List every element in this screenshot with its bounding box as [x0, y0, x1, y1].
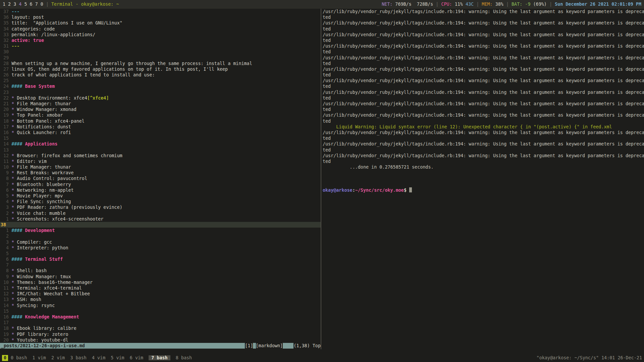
- shell-output: /usr/lib/ruby/vendor_ruby/jekyll/tags/in…: [323, 9, 644, 193]
- vim-text-segment: *: [11, 170, 17, 175]
- line-number: 21: [1, 101, 9, 107]
- line-number: 16: [1, 314, 9, 320]
- line-number: 31: [1, 43, 9, 49]
- vim-line: 17* Notifications: dunst: [0, 124, 321, 130]
- vim-text-segment: ####: [11, 257, 25, 262]
- workspace-2[interactable]: 2: [8, 2, 11, 7]
- vim-text-segment: Editor: vim: [17, 159, 47, 164]
- vim-line: 7: [0, 262, 321, 268]
- jekyll-warning-line: /usr/lib/ruby/vendor_ruby/jekyll/tags/in…: [323, 89, 644, 95]
- jekyll-warning-wrap: ted: [323, 118, 644, 124]
- tmux-window-4[interactable]: 4 vim: [92, 355, 105, 360]
- vim-text-segment: *: [11, 165, 17, 170]
- line-number: 7: [1, 262, 9, 268]
- vim-text-segment: track of what applications I tend to ins…: [11, 72, 155, 77]
- line-number: 17: [1, 320, 9, 325]
- tmux-window-8[interactable]: 8 bash: [176, 355, 192, 360]
- shell-pane[interactable]: /usr/lib/ruby/vendor_ruby/jekyll/tags/in…: [321, 9, 644, 354]
- vim-text-segment: *: [11, 119, 17, 124]
- tmux-window-2[interactable]: 2 vim: [51, 355, 65, 360]
- tmux-session-badge[interactable]: 0: [2, 355, 8, 361]
- tmux-right-status: "okay@arkose: ~/Sync/s" 14:01 26-Dec-21: [537, 355, 642, 361]
- tmux-status-bar: 0 0 bash1 vim2 vim3 bash4 vim5 vim6 vim7…: [0, 354, 644, 362]
- window-title: Terminal - okay@arkose: ~: [51, 1, 119, 7]
- line-number: 12: [1, 291, 9, 297]
- tmux-window-0[interactable]: 0 bash: [11, 355, 27, 360]
- vim-text-segment: active: true: [11, 38, 44, 43]
- vim-line: 36layout: post: [0, 14, 321, 20]
- vim-text-segment: Development: [25, 228, 55, 233]
- net-label: NET:: [382, 1, 392, 7]
- line-number: 34: [1, 26, 9, 32]
- workspace-7[interactable]: 7: [35, 2, 38, 7]
- vim-line: 15: [0, 135, 321, 141]
- vim-line: 20* Window Manager: xmonad: [0, 107, 321, 112]
- vim-pane[interactable]: 37---36layout: post35title: "Application…: [0, 9, 321, 354]
- jekyll-warning-line: /usr/lib/ruby/vendor_ruby/jekyll/tags/in…: [323, 32, 644, 38]
- blank-line: [323, 182, 644, 187]
- tmux-window-7[interactable]: 7 bash: [149, 355, 170, 360]
- vim-text-segment: Top Panel: xmobar: [17, 113, 63, 118]
- line-number: 13: [1, 147, 9, 153]
- mem-usage: 38%: [493, 1, 503, 7]
- tmux-window-5[interactable]: 5 vim: [111, 355, 124, 360]
- vim-line: 8* Shell: bash: [0, 268, 321, 274]
- vim-buffer: 37---36layout: post35title: "Application…: [0, 9, 321, 343]
- tmux-window-1[interactable]: 1 vim: [33, 355, 46, 360]
- line-number: 12: [1, 153, 9, 159]
- shell-prompt-line[interactable]: okay@arkose:~/Sync/src/oky.moe$: [323, 187, 644, 193]
- workspace-0[interactable]: 0: [41, 2, 43, 7]
- workspace-5[interactable]: 5: [24, 2, 27, 7]
- mem-label: MEM:: [482, 1, 492, 7]
- workspace-list: 12345670: [3, 1, 46, 7]
- vim-text-segment: When setting up a new machine, I general…: [11, 61, 252, 66]
- vim-text-segment: Rest Breaks: workrave: [17, 170, 73, 175]
- jekyll-warning-wrap: ted: [323, 72, 644, 78]
- vim-line: 20* Youtube: youtube-dl: [0, 337, 321, 343]
- line-number: 23: [1, 89, 9, 95]
- vim-text-segment: Themes: base16-theme-manager: [17, 280, 93, 285]
- workspace-6[interactable]: 6: [30, 2, 33, 7]
- jekyll-warning-line: /usr/lib/ruby/vendor_ruby/jekyll/tags/in…: [323, 20, 644, 26]
- vim-text-segment: Ebook library: calibre: [17, 326, 76, 331]
- vim-text-segment: IRC/Chat: Weechat + Bitlbee: [17, 291, 90, 296]
- terminal-cursor: [409, 187, 412, 192]
- jekyll-done-line: ...done in 0.276585721 seconds.: [323, 164, 644, 170]
- line-number: 14: [1, 141, 9, 147]
- statusline-fill: [85, 343, 245, 349]
- jekyll-warning-wrap: ted: [323, 14, 644, 20]
- line-number: 5: [1, 193, 9, 199]
- line-number: 20: [1, 107, 9, 112]
- workspace-1[interactable]: 1: [3, 2, 5, 7]
- line-number: 29: [1, 55, 9, 61]
- vim-line: 28When setting up a new machine, I gener…: [0, 61, 321, 66]
- jekyll-warning-line: /usr/lib/ruby/vendor_ruby/jekyll/tags/in…: [323, 66, 644, 72]
- line-number: 11: [1, 159, 9, 164]
- vim-line: 1* Screenshots: xfce4-screenshooter: [0, 216, 321, 222]
- jekyll-warning-line: /usr/lib/ruby/vendor_ruby/jekyll/tags/in…: [323, 130, 644, 135]
- vim-line: 25: [0, 78, 321, 83]
- line-number: 26: [1, 72, 9, 78]
- vim-line: 32active: true: [0, 38, 321, 43]
- vim-text-segment: *: [11, 211, 17, 216]
- vim-line: 24#### Base System: [0, 83, 321, 89]
- line-number: 9: [1, 274, 9, 280]
- vim-text-segment: Notifications: dunst: [17, 124, 71, 129]
- vim-text-segment: Networking: nm-applet: [17, 188, 73, 193]
- vim-text-segment: *: [11, 326, 17, 331]
- vim-line: 17: [0, 320, 321, 325]
- terminal-screen: 12345670 | Terminal - okay@arkose: ~ NET…: [0, 0, 644, 362]
- line-number: 2: [1, 233, 9, 239]
- tmux-window-3[interactable]: 3 bash: [70, 355, 86, 360]
- battery-percent: (69%): [533, 1, 547, 7]
- vim-text-segment: File Manager: thunar: [17, 101, 71, 106]
- line-number: 6: [1, 256, 9, 262]
- tmux-window-6[interactable]: 6 vim: [130, 355, 143, 360]
- vim-line: 9* Rest Breaks: workrave: [0, 170, 321, 176]
- workspace-4[interactable]: 4: [19, 2, 21, 7]
- vim-line: 14* Syncing: rsync: [0, 303, 321, 308]
- vim-text-segment: *: [11, 332, 17, 337]
- line-number: 1: [1, 228, 9, 233]
- workspace-3[interactable]: 3: [13, 2, 16, 7]
- line-number: 20: [1, 337, 9, 343]
